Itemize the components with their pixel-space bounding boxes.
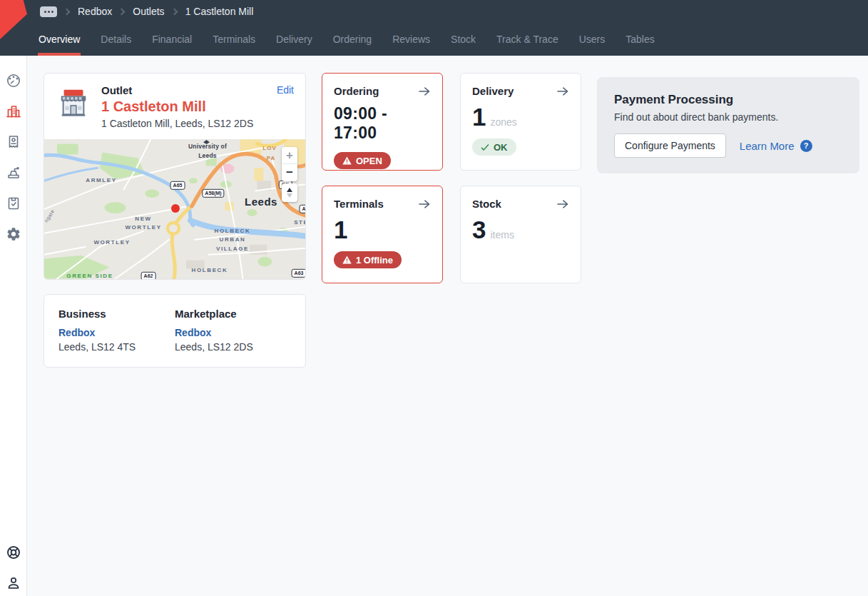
terminals-card[interactable]: Terminals 1 1 Offline (322, 186, 443, 283)
delivery-status-badge: OK (472, 138, 516, 156)
tab-stock[interactable]: Stock (451, 23, 476, 56)
delivery-zone-count: 1 (472, 104, 486, 129)
breadcrumb-item-current: 1 Castleton Mill (185, 6, 254, 17)
marketplace-heading: Marketplace (175, 308, 291, 320)
map-label-holbeck-urban-village: HOLBECK URBAN VILLAGE (205, 227, 260, 253)
map-zoom-control: + − (282, 147, 297, 181)
ordering-status-text: OPEN (356, 156, 382, 166)
terminals-card-title: Terminals (334, 198, 384, 210)
ordering-hours: 09:00 - 17:00 (334, 104, 431, 143)
account-user-icon[interactable] (6, 575, 21, 591)
arrow-right-icon[interactable] (418, 86, 431, 96)
outlet-address: 1 Castleton Mill, Leeds, LS12 2DS (101, 118, 253, 129)
payment-title: Payment Processing (614, 93, 842, 107)
compass-down-icon (287, 193, 292, 198)
payment-description: Find out about direct bank payments. (614, 111, 842, 123)
delivery-status-text: OK (494, 142, 508, 153)
delivery-card[interactable]: Delivery 1 zones OK (460, 73, 581, 171)
outlet-map[interactable]: University of Leeds ARMLEY NEW WORTLEY W… (44, 139, 305, 279)
marketplace-link[interactable]: Redbox (175, 327, 211, 338)
storefront-icon (57, 87, 90, 120)
settings-gear-icon[interactable] (6, 226, 21, 242)
tab-overview[interactable]: Overview (39, 23, 80, 56)
stock-unit-label: items (490, 230, 514, 240)
business-marketplace-card: Business Redbox Leeds, LS12 4TS Marketpl… (44, 294, 306, 368)
outlet-name: 1 Castleton Mill (101, 99, 253, 115)
map-label-wortley: WORTLEY (93, 238, 130, 247)
map-compass-control[interactable] (282, 183, 297, 202)
tab-details[interactable]: Details (101, 23, 131, 56)
map-label-armley: ARMLEY (86, 176, 116, 185)
arrow-right-icon[interactable] (556, 86, 569, 96)
delivery-card-title: Delivery (472, 85, 514, 97)
configure-payments-button[interactable]: Configure Payments (614, 133, 726, 158)
terminals-status-badge: 1 Offline (334, 251, 402, 268)
chevron-right-icon (63, 8, 71, 15)
ordering-card[interactable]: Ordering 09:00 - 17:00 OPEN (322, 73, 443, 171)
map-label-holbeck: HOLBECK (192, 266, 228, 275)
chevron-right-icon (118, 8, 126, 15)
terminals-status-text: 1 Offline (356, 255, 393, 266)
arrow-right-icon[interactable] (418, 199, 431, 209)
ordering-card-title: Ordering (334, 85, 379, 97)
road-badge-a58m: A58(M) (202, 189, 224, 198)
map-label-leeds: Leeds (245, 193, 277, 210)
business-link[interactable]: Redbox (58, 327, 95, 338)
outlet-card: Outlet 1 Castleton Mill 1 Castleton Mill… (44, 73, 306, 280)
check-icon (481, 143, 489, 151)
map-zoom-out-button[interactable]: − (282, 164, 297, 181)
receipts-icon[interactable] (6, 134, 21, 150)
map-zoom-in-button[interactable]: + (282, 147, 297, 164)
outlet-location-marker (171, 204, 180, 213)
tab-delivery[interactable]: Delivery (276, 23, 312, 56)
tab-track-trace[interactable]: Track & Trace (496, 23, 558, 56)
learn-more-link[interactable]: Learn More (740, 140, 795, 152)
road-badge-a63: A63 (292, 269, 305, 278)
map-label-university: University of Leeds (183, 142, 233, 161)
breadcrumb: Redbox Outlets 1 Castleton Mill (0, 0, 868, 23)
edit-outlet-link[interactable]: Edit (277, 84, 294, 129)
dashboard-gauge-icon[interactable] (6, 73, 21, 89)
marketplace-location: Leeds, LS12 2DS (175, 341, 291, 353)
business-heading: Business (58, 308, 175, 320)
warning-icon (342, 156, 352, 165)
road-badge-a62: A62 (141, 272, 156, 279)
road-badge-a65: A65 (170, 181, 185, 190)
road-badge-a6-partial: A6 (300, 205, 305, 213)
tab-users[interactable]: Users (579, 23, 606, 56)
tab-terminals[interactable]: Terminals (213, 23, 255, 56)
breadcrumb-item-redbox[interactable]: Redbox (78, 6, 112, 17)
chevron-right-icon (170, 8, 178, 15)
tab-financial[interactable]: Financial (152, 23, 192, 56)
map-label-green-side: GREEN SIDE (66, 272, 113, 279)
map-label-stea-partial: STEA (294, 218, 305, 227)
main-content: Outlet 1 Castleton Mill 1 Castleton Mill… (27, 56, 868, 596)
stock-clipboard-icon[interactable] (6, 196, 21, 211)
stock-card-title: Stock (472, 198, 501, 210)
tab-reviews[interactable]: Reviews (392, 23, 430, 56)
stock-card[interactable]: Stock 3 items (460, 186, 581, 283)
business-location: Leeds, LS12 4TS (58, 341, 175, 353)
breadcrumb-item-outlets[interactable]: Outlets (133, 6, 164, 17)
ordering-status-badge: OPEN (334, 152, 391, 169)
map-label-new-wortley: NEW WORTLEY (120, 215, 167, 233)
sidebar (0, 56, 27, 596)
till-register-icon[interactable] (6, 165, 21, 181)
payment-processing-panel: Payment Processing Find out about direct… (597, 77, 859, 173)
arrow-right-icon[interactable] (556, 199, 569, 209)
breadcrumb-menu-icon[interactable] (40, 6, 57, 17)
top-header: Redbox Outlets 1 Castleton Mill Overview… (0, 0, 868, 56)
terminals-count: 1 (334, 217, 347, 242)
map-label-lov-partial: LOV (262, 144, 276, 153)
help-lifebuoy-icon[interactable] (6, 545, 21, 560)
tab-bar: Overview Details Financial Terminals Del… (0, 23, 868, 56)
stock-count: 3 (472, 217, 486, 242)
map-label-pa-partial: PA (267, 154, 276, 163)
outlet-type-label: Outlet (101, 84, 253, 96)
outlets-buildings-icon[interactable] (6, 103, 21, 119)
compass-up-icon (287, 188, 292, 192)
tab-tables[interactable]: Tables (626, 23, 654, 56)
tab-ordering[interactable]: Ordering (333, 23, 372, 56)
help-icon[interactable]: ? (800, 140, 812, 152)
warning-icon (342, 256, 352, 264)
